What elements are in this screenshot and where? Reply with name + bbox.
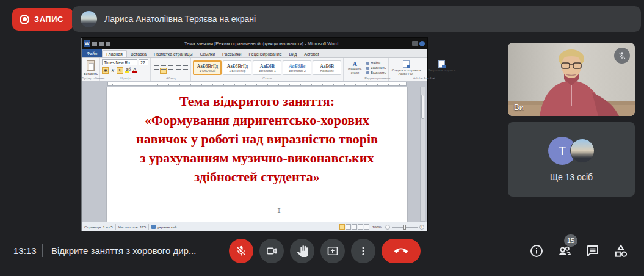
underline-button[interactable]: Ч [117, 67, 123, 74]
tab-file[interactable]: Файл [82, 49, 102, 57]
more-options-button[interactable] [351, 239, 375, 263]
self-video-tile[interactable]: Ви [508, 43, 635, 116]
raise-hand-icon [297, 245, 308, 257]
ribbon-group-paragraph: Абзац [151, 58, 191, 81]
zoom-out-icon[interactable]: − [385, 225, 390, 230]
word-window-title: Тема занятия [Режим ограниченной функцио… [110, 41, 412, 46]
doc-line-5: здібностей студента» [107, 167, 407, 186]
zoom-slider[interactable]: − + [385, 225, 424, 230]
doc-line-1: Тема відкритого заняття: [107, 92, 407, 111]
present-screen-button[interactable] [320, 239, 345, 263]
style-title[interactable]: АаБбВ Название [313, 60, 341, 75]
participant-avatar-photo [570, 139, 595, 163]
help-icon[interactable] [419, 41, 425, 46]
outline-view-icon[interactable] [358, 224, 363, 230]
scrollbar-thumb[interactable] [421, 95, 424, 119]
recording-badge: ЗАПИС [12, 8, 73, 31]
undo-icon[interactable] [99, 42, 104, 46]
decrease-indent-icon[interactable] [175, 60, 181, 67]
replace-button[interactable]: Заменить [366, 66, 386, 70]
find-icon [366, 62, 369, 65]
tab-mailings[interactable]: Рассылки [219, 51, 245, 57]
sort-icon[interactable] [182, 60, 189, 67]
ribbon-group-acrobat: Создать и отправить Adobe PDF Запросить … [389, 58, 460, 81]
font-size-box[interactable]: 22 [139, 59, 148, 65]
print-layout-view-icon[interactable] [339, 224, 345, 230]
more-vert-icon [358, 245, 369, 256]
tab-page-layout[interactable]: Разметка страницы [150, 51, 197, 57]
paste-icon[interactable] [87, 60, 95, 71]
multilevel-list-icon[interactable] [167, 60, 174, 67]
tab-references[interactable]: Ссылки [196, 51, 219, 57]
self-tile-label: Ви [514, 103, 524, 112]
meeting-details-button[interactable] [529, 243, 545, 259]
bold-button[interactable]: Ж [102, 67, 109, 74]
tab-home[interactable]: Главная [102, 50, 127, 57]
chat-button[interactable] [585, 243, 601, 259]
align-center-icon[interactable] [160, 68, 167, 74]
select-icon [366, 71, 369, 74]
request-signatures-button[interactable]: Запросить подписи [426, 60, 458, 76]
align-right-icon[interactable] [167, 68, 174, 74]
group-label-paragraph: Абзац [151, 76, 190, 80]
activities-icon [613, 243, 629, 259]
overflow-participants-tile[interactable]: T Ще 13 осіб [508, 122, 635, 197]
vertical-scrollbar[interactable] [420, 87, 425, 222]
horizontal-ruler[interactable] [82, 81, 427, 87]
page-indicator[interactable]: Страница: 1 из 5 [84, 225, 113, 229]
word-quick-access-toolbar[interactable]: W [82, 40, 110, 47]
word-window-controls[interactable] [412, 41, 427, 46]
tab-review[interactable]: Рецензирование [245, 51, 286, 57]
create-pdf-button[interactable]: Создать и отправить Adobe PDF [391, 60, 422, 76]
group-label-styles: Стили [191, 76, 343, 80]
select-button[interactable]: Выделить [366, 71, 386, 74]
redo-icon[interactable] [106, 42, 110, 46]
zoom-in-icon[interactable]: + [419, 225, 424, 230]
italic-button[interactable]: К [109, 67, 116, 74]
paste-label[interactable]: Вставить [84, 72, 98, 76]
zoom-slider-thumb[interactable] [403, 225, 406, 230]
spellcheck-icon[interactable] [151, 225, 156, 229]
shared-screen-word-window[interactable]: W Тема занятия [Режим ограниченной функц… [81, 38, 427, 231]
minimize-icon[interactable] [412, 41, 418, 46]
language-indicator[interactable]: украинский [157, 225, 176, 229]
save-icon[interactable] [92, 42, 97, 46]
document-page[interactable]: Тема відкритого заняття: «Формування дир… [107, 87, 407, 222]
presenter-avatar [81, 11, 97, 27]
style-normal[interactable]: АаБбВгГд 1 Обычный [193, 60, 222, 75]
font-color-icon[interactable]: А [131, 67, 138, 74]
style-no-spacing[interactable]: АаБбВгГд 1 Без интер [223, 60, 251, 75]
style-heading2[interactable]: АаБбВв Заголовок 2 [283, 60, 311, 75]
align-left-icon[interactable] [153, 68, 159, 74]
font-name-box[interactable]: Times New Ro [102, 59, 137, 65]
highlight-color-icon[interactable]: аб [124, 67, 131, 74]
clock: 13:13 [13, 245, 37, 256]
bullets-icon[interactable] [153, 60, 159, 67]
presentation-banner[interactable]: Лариса Анатоліївна Теряєва на екрані [72, 6, 641, 32]
change-styles-button[interactable]: А Изменить стили [344, 58, 364, 81]
word-ribbon-tabs: Файл Главная Вставка Разметка страницы С… [82, 49, 427, 58]
fullscreen-view-icon[interactable] [346, 224, 351, 230]
tab-insert[interactable]: Вставка [127, 51, 150, 57]
line-spacing-icon[interactable] [182, 68, 189, 74]
word-count[interactable]: Число слов: 175 [118, 225, 146, 229]
raise-hand-button[interactable] [290, 239, 314, 263]
tab-view[interactable]: Вид [286, 51, 301, 57]
document-area[interactable]: Тема відкритого заняття: «Формування дир… [82, 87, 427, 222]
end-call-button[interactable] [382, 239, 421, 263]
numbering-icon[interactable] [160, 60, 167, 67]
find-button[interactable]: Найти [366, 61, 386, 65]
divider [42, 244, 43, 257]
camera-toggle-button[interactable] [259, 239, 284, 263]
ribbon-group-clipboard: Вставить Буфер обмена [82, 58, 100, 81]
mic-toggle-button[interactable] [229, 239, 253, 263]
ribbon-group-editing: Найти Заменить Выделить Редактирование [364, 58, 388, 81]
mic-off-icon [235, 245, 247, 257]
tab-acrobat[interactable]: Acrobat [300, 51, 322, 57]
zoom-level[interactable]: 100% [372, 225, 382, 229]
style-heading1[interactable]: АаБбВ Заголовок 1 [253, 60, 281, 75]
justify-icon[interactable] [175, 68, 181, 74]
draft-view-icon[interactable] [364, 224, 369, 230]
web-view-icon[interactable] [352, 224, 357, 230]
activities-button[interactable] [613, 243, 629, 259]
